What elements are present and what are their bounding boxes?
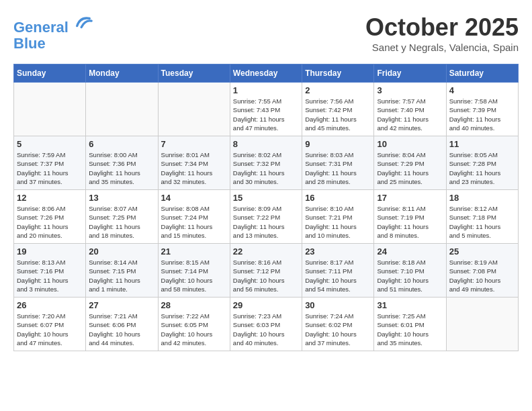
day-info: Sunrise: 8:06 AM Sunset: 7:26 PM Dayligh… bbox=[17, 204, 83, 240]
calendar-cell: 1Sunrise: 7:55 AM Sunset: 7:43 PM Daylig… bbox=[230, 83, 302, 136]
day-number: 14 bbox=[161, 193, 227, 203]
calendar-cell: 23Sunrise: 8:17 AM Sunset: 7:11 PM Dayli… bbox=[302, 244, 374, 298]
day-info: Sunrise: 8:01 AM Sunset: 7:34 PM Dayligh… bbox=[161, 150, 227, 186]
day-info: Sunrise: 7:23 AM Sunset: 6:03 PM Dayligh… bbox=[233, 312, 299, 347]
weekday-header-sunday: Sunday bbox=[14, 64, 86, 83]
calendar-cell: 10Sunrise: 8:04 AM Sunset: 7:29 PM Dayli… bbox=[374, 136, 446, 190]
day-number: 7 bbox=[161, 139, 227, 149]
day-info: Sunrise: 8:17 AM Sunset: 7:11 PM Dayligh… bbox=[305, 258, 371, 293]
day-info: Sunrise: 8:18 AM Sunset: 7:10 PM Dayligh… bbox=[377, 258, 443, 293]
location-subtitle: Sanet y Negrals, Valencia, Spain bbox=[365, 42, 519, 53]
title-block: October 2025 Sanet y Negrals, Valencia, … bbox=[365, 13, 519, 53]
day-info: Sunrise: 7:59 AM Sunset: 7:37 PM Dayligh… bbox=[17, 150, 83, 186]
logo: General Blue bbox=[13, 13, 93, 52]
day-number: 1 bbox=[233, 85, 299, 95]
day-number: 23 bbox=[305, 246, 371, 257]
calendar-cell: 6Sunrise: 8:00 AM Sunset: 7:36 PM Daylig… bbox=[86, 136, 158, 190]
calendar-cell: 4Sunrise: 7:58 AM Sunset: 7:39 PM Daylig… bbox=[446, 83, 518, 136]
day-number: 22 bbox=[233, 246, 299, 257]
calendar-cell: 20Sunrise: 8:14 AM Sunset: 7:15 PM Dayli… bbox=[86, 244, 158, 298]
calendar-cell: 2Sunrise: 7:56 AM Sunset: 7:42 PM Daylig… bbox=[302, 83, 374, 136]
day-info: Sunrise: 7:25 AM Sunset: 6:01 PM Dayligh… bbox=[377, 312, 443, 347]
day-info: Sunrise: 8:07 AM Sunset: 7:25 PM Dayligh… bbox=[89, 204, 154, 240]
day-number: 9 bbox=[305, 139, 371, 149]
calendar-cell: 24Sunrise: 8:18 AM Sunset: 7:10 PM Dayli… bbox=[374, 244, 446, 298]
calendar-cell: 14Sunrise: 8:08 AM Sunset: 7:24 PM Dayli… bbox=[158, 190, 230, 244]
day-number: 19 bbox=[17, 246, 83, 257]
day-info: Sunrise: 7:57 AM Sunset: 7:40 PM Dayligh… bbox=[377, 97, 443, 132]
calendar-cell: 18Sunrise: 8:12 AM Sunset: 7:18 PM Dayli… bbox=[446, 190, 518, 244]
logo-icon bbox=[74, 13, 93, 32]
day-number: 17 bbox=[377, 193, 443, 203]
calendar-cell: 3Sunrise: 7:57 AM Sunset: 7:40 PM Daylig… bbox=[374, 83, 446, 136]
calendar-cell: 9Sunrise: 8:03 AM Sunset: 7:31 PM Daylig… bbox=[302, 136, 374, 190]
day-number: 2 bbox=[305, 85, 371, 95]
day-info: Sunrise: 8:14 AM Sunset: 7:15 PM Dayligh… bbox=[89, 258, 154, 293]
day-number: 28 bbox=[161, 300, 227, 310]
day-number: 3 bbox=[377, 85, 443, 95]
calendar-cell: 30Sunrise: 7:24 AM Sunset: 6:02 PM Dayli… bbox=[302, 298, 374, 351]
day-info: Sunrise: 8:16 AM Sunset: 7:12 PM Dayligh… bbox=[233, 258, 299, 293]
day-info: Sunrise: 7:24 AM Sunset: 6:02 PM Dayligh… bbox=[305, 312, 371, 347]
calendar-cell: 5Sunrise: 7:59 AM Sunset: 7:37 PM Daylig… bbox=[14, 136, 86, 190]
weekday-header-tuesday: Tuesday bbox=[158, 64, 230, 83]
calendar-week-row: 1Sunrise: 7:55 AM Sunset: 7:43 PM Daylig… bbox=[14, 83, 519, 136]
day-info: Sunrise: 7:56 AM Sunset: 7:42 PM Dayligh… bbox=[305, 97, 371, 132]
calendar-cell: 28Sunrise: 7:22 AM Sunset: 6:05 PM Dayli… bbox=[158, 298, 230, 351]
day-info: Sunrise: 7:55 AM Sunset: 7:43 PM Dayligh… bbox=[233, 97, 299, 132]
day-number: 6 bbox=[89, 139, 154, 149]
calendar-cell: 12Sunrise: 8:06 AM Sunset: 7:26 PM Dayli… bbox=[14, 190, 86, 244]
calendar-cell: 19Sunrise: 8:13 AM Sunset: 7:16 PM Dayli… bbox=[14, 244, 86, 298]
day-info: Sunrise: 8:15 AM Sunset: 7:14 PM Dayligh… bbox=[161, 258, 227, 293]
day-number: 27 bbox=[89, 300, 154, 310]
day-info: Sunrise: 7:20 AM Sunset: 6:07 PM Dayligh… bbox=[17, 312, 83, 347]
calendar-header: SundayMondayTuesdayWednesdayThursdayFrid… bbox=[14, 64, 519, 83]
day-number: 16 bbox=[305, 193, 371, 203]
weekday-header-wednesday: Wednesday bbox=[230, 64, 302, 83]
calendar-week-row: 5Sunrise: 7:59 AM Sunset: 7:37 PM Daylig… bbox=[14, 136, 519, 190]
day-info: Sunrise: 8:10 AM Sunset: 7:21 PM Dayligh… bbox=[305, 204, 371, 240]
day-number: 30 bbox=[305, 300, 371, 310]
day-number: 25 bbox=[449, 246, 515, 257]
page-header: General Blue October 2025 Sanet y Negral… bbox=[13, 13, 519, 53]
day-info: Sunrise: 7:22 AM Sunset: 6:05 PM Dayligh… bbox=[161, 312, 227, 347]
day-number: 24 bbox=[377, 246, 443, 257]
calendar-cell: 11Sunrise: 8:05 AM Sunset: 7:28 PM Dayli… bbox=[446, 136, 518, 190]
calendar-week-row: 12Sunrise: 8:06 AM Sunset: 7:26 PM Dayli… bbox=[14, 190, 519, 244]
day-info: Sunrise: 7:21 AM Sunset: 6:06 PM Dayligh… bbox=[89, 312, 154, 347]
calendar-cell: 21Sunrise: 8:15 AM Sunset: 7:14 PM Dayli… bbox=[158, 244, 230, 298]
calendar-table: SundayMondayTuesdayWednesdayThursdayFrid… bbox=[13, 64, 519, 351]
day-info: Sunrise: 8:11 AM Sunset: 7:19 PM Dayligh… bbox=[377, 204, 443, 240]
day-info: Sunrise: 8:00 AM Sunset: 7:36 PM Dayligh… bbox=[89, 150, 154, 186]
day-number: 8 bbox=[233, 139, 299, 149]
calendar-cell bbox=[446, 298, 518, 351]
day-info: Sunrise: 8:05 AM Sunset: 7:28 PM Dayligh… bbox=[449, 150, 515, 186]
calendar-cell: 31Sunrise: 7:25 AM Sunset: 6:01 PM Dayli… bbox=[374, 298, 446, 351]
calendar-week-row: 19Sunrise: 8:13 AM Sunset: 7:16 PM Dayli… bbox=[14, 244, 519, 298]
day-info: Sunrise: 8:04 AM Sunset: 7:29 PM Dayligh… bbox=[377, 150, 443, 186]
day-number: 10 bbox=[377, 139, 443, 149]
calendar-cell: 15Sunrise: 8:09 AM Sunset: 7:22 PM Dayli… bbox=[230, 190, 302, 244]
calendar-cell bbox=[14, 83, 86, 136]
day-number: 31 bbox=[377, 300, 443, 310]
calendar-cell: 8Sunrise: 8:02 AM Sunset: 7:32 PM Daylig… bbox=[230, 136, 302, 190]
calendar-cell: 13Sunrise: 8:07 AM Sunset: 7:25 PM Dayli… bbox=[86, 190, 158, 244]
calendar-cell bbox=[86, 83, 158, 136]
day-number: 21 bbox=[161, 246, 227, 257]
day-info: Sunrise: 8:19 AM Sunset: 7:08 PM Dayligh… bbox=[449, 258, 515, 293]
calendar-cell: 26Sunrise: 7:20 AM Sunset: 6:07 PM Dayli… bbox=[14, 298, 86, 351]
day-number: 12 bbox=[17, 193, 83, 203]
day-number: 26 bbox=[17, 300, 83, 310]
day-info: Sunrise: 8:09 AM Sunset: 7:22 PM Dayligh… bbox=[233, 204, 299, 240]
calendar-cell: 27Sunrise: 7:21 AM Sunset: 6:06 PM Dayli… bbox=[86, 298, 158, 351]
calendar-cell: 29Sunrise: 7:23 AM Sunset: 6:03 PM Dayli… bbox=[230, 298, 302, 351]
month-title: October 2025 bbox=[365, 13, 519, 42]
logo-blue: Blue bbox=[13, 36, 93, 52]
calendar-cell: 22Sunrise: 8:16 AM Sunset: 7:12 PM Dayli… bbox=[230, 244, 302, 298]
day-number: 13 bbox=[89, 193, 154, 203]
day-number: 4 bbox=[449, 85, 515, 95]
day-number: 5 bbox=[17, 139, 83, 149]
weekday-header-thursday: Thursday bbox=[302, 64, 374, 83]
calendar-cell bbox=[158, 83, 230, 136]
day-number: 18 bbox=[449, 193, 515, 203]
